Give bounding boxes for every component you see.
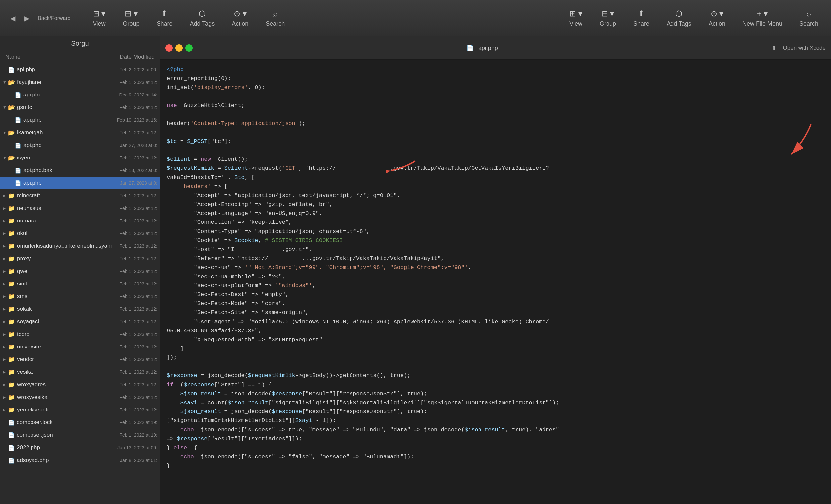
list-item[interactable]: 📄api.phpDec 9, 2022 at 14: xyxy=(0,89,160,101)
minimize-button[interactable] xyxy=(175,45,183,52)
maximize-button[interactable] xyxy=(185,45,193,52)
add-tags2-section[interactable]: ⬡ Add Tags xyxy=(661,9,697,27)
list-item[interactable]: ▶📁vesikaFeb 1, 2023 at 12: xyxy=(0,366,160,378)
list-item[interactable]: ▶📁omurlerkisadunya...irkereneolmusyaniFe… xyxy=(0,240,160,252)
list-item[interactable]: ▼📂ikametgahFeb 1, 2023 at 12: xyxy=(0,126,160,139)
list-item[interactable]: 📄adsoyad.phpJan 8, 2023 at 01: xyxy=(0,454,160,467)
list-item[interactable]: 📄api.php.bakFeb 13, 2022 at 0: xyxy=(0,164,160,177)
list-item[interactable]: ▼📂isyeriFeb 1, 2023 at 12: xyxy=(0,151,160,164)
file-date: Jan 27, 2023 at 0: xyxy=(120,180,157,186)
code-line: vakaId=&hastaTc=' . $tc, [ xyxy=(167,173,824,182)
share-section[interactable]: ⬆ Share xyxy=(150,9,178,27)
list-item[interactable]: ▶📁sinifFeb 1, 2023 at 12: xyxy=(0,277,160,290)
file-date: Feb 1, 2023 at 12: xyxy=(119,344,157,350)
folder-closed-arrow: ▶ xyxy=(3,332,8,336)
file-icon: 📄 xyxy=(15,92,21,98)
folder-closed-arrow: ▶ xyxy=(3,319,8,324)
list-item[interactable]: ▶📁neuhasusFeb 1, 2023 at 12: xyxy=(0,202,160,214)
code-line: use GuzzleHttp\Client; xyxy=(167,101,824,110)
list-item[interactable]: ▼📂gsmtcFeb 1, 2023 at 12: xyxy=(0,101,160,114)
folder-closed-arrow: ▶ xyxy=(3,345,8,349)
folder-icon: 📁 xyxy=(8,318,15,325)
file-date: Feb 1, 2023 at 12: xyxy=(119,382,157,387)
search-section[interactable]: ⌕ Search xyxy=(260,9,290,27)
list-item[interactable]: ▶📁smsFeb 1, 2023 at 12: xyxy=(0,290,160,303)
file-name: yemeksepeti xyxy=(17,407,117,413)
list-item[interactable]: ▼📂fayujhaneFeb 1, 2023 at 12: xyxy=(0,76,160,89)
file-name: tcpro xyxy=(17,331,117,337)
file-name: wroxyvesika xyxy=(17,394,117,401)
file-date: Feb 1, 2023 at 12: xyxy=(119,130,157,135)
action2-section[interactable]: ⊙ ▾ Action xyxy=(703,9,731,27)
code-line: $json_result = json_decode($response["Re… xyxy=(167,389,824,398)
list-item[interactable]: ▶📁proxyFeb 1, 2023 at 12: xyxy=(0,252,160,265)
editor-tab-buttons xyxy=(166,45,193,52)
group2-icon: ⊞ ▾ xyxy=(602,9,614,18)
list-item[interactable]: 📄2022.phpJan 13, 2023 at 09: xyxy=(0,441,160,454)
list-item[interactable]: ▶📁universiteFeb 1, 2023 at 12: xyxy=(0,340,160,353)
list-item[interactable]: 📄composer.jsonFeb 1, 2022 at 19: xyxy=(0,429,160,441)
list-item[interactable]: ▶📁sokakFeb 1, 2023 at 12: xyxy=(0,303,160,315)
file-date: Dec 9, 2022 at 14: xyxy=(119,92,157,97)
file-name: wroxyadres xyxy=(17,381,117,388)
list-item[interactable]: ▶📁qweFeb 1, 2023 at 12: xyxy=(0,265,160,277)
list-item[interactable]: ▶📁wroxyadresFeb 1, 2023 at 12: xyxy=(0,378,160,391)
list-item[interactable]: 📄api.phpFeb 2, 2022 at 00: xyxy=(0,63,160,76)
list-item[interactable]: ▶📁wroxyvesikaFeb 1, 2023 at 12: xyxy=(0,391,160,404)
share-action-button[interactable]: ⬆ xyxy=(772,45,776,51)
list-item[interactable]: 📄api.phpFeb 10, 2023 at 16: xyxy=(0,114,160,126)
action-section[interactable]: ⊙ ▾ Action xyxy=(226,9,254,27)
view2-section[interactable]: ⊞ ▾ View xyxy=(564,9,588,27)
open-with-xcode-button[interactable]: Open with Xcode xyxy=(783,45,826,51)
new-file-menu-section[interactable]: + ▾ New File Menu xyxy=(737,9,788,27)
back-button[interactable]: ◀ xyxy=(7,12,19,24)
file-name: fayujhane xyxy=(17,79,117,86)
search2-section[interactable]: ⌕ Search xyxy=(794,9,824,27)
list-item[interactable]: ▶📁vendorFeb 1, 2023 at 12: xyxy=(0,353,160,366)
share2-section[interactable]: ⬆ Share xyxy=(627,9,655,27)
folder-closed-arrow: ▶ xyxy=(3,244,8,248)
file-date: Feb 10, 2023 at 16: xyxy=(117,117,157,123)
group-section[interactable]: ⊞ ▾ Group xyxy=(117,9,145,27)
code-content[interactable]: <?phperror_reporting(0);ini_set('display… xyxy=(160,60,831,504)
file-name: omurlerkisadunya...irkereneolmusyani xyxy=(17,243,117,249)
action2-icon: ⊙ ▾ xyxy=(711,9,723,18)
view-section[interactable]: ⊞ ▾ View xyxy=(87,9,112,27)
editor-actions: ⬆ Open with Xcode xyxy=(772,45,826,51)
file-date: Feb 1, 2023 at 12: xyxy=(119,206,157,211)
file-list[interactable]: 📄api.phpFeb 2, 2022 at 00:▼📂fayujhaneFeb… xyxy=(0,63,160,504)
file-name: api.php xyxy=(23,91,117,98)
folder-icon: 📁 xyxy=(8,306,15,313)
action-label: Action xyxy=(232,20,248,27)
view-icon: ⊞ ▾ xyxy=(93,9,106,18)
file-name: numara xyxy=(17,217,117,224)
code-line: $response = json_decode($requestKimlik->… xyxy=(167,371,824,380)
list-item[interactable]: ▶📁soyagaciFeb 1, 2023 at 12: xyxy=(0,315,160,328)
file-date: Feb 1, 2023 at 12: xyxy=(119,243,157,249)
toolbar-divider-1 xyxy=(79,8,79,28)
list-item[interactable]: ▶📁numaraFeb 1, 2023 at 12: xyxy=(0,214,160,227)
group2-section[interactable]: ⊞ ▾ Group xyxy=(594,9,622,27)
file-name: api.php xyxy=(23,180,117,186)
list-item[interactable]: 📄composer.lockFeb 1, 2022 at 19: xyxy=(0,416,160,429)
add-tags-section[interactable]: ⬡ Add Tags xyxy=(184,9,221,27)
nav-arrows: ◀ ▶ xyxy=(7,12,32,24)
list-item[interactable]: 📄api.phpJan 27, 2023 at 0: xyxy=(0,139,160,151)
column-headers: Name Date Modified xyxy=(0,51,160,63)
code-editor: 📄 api.php ⬆ Open with Xcode xyxy=(160,36,831,504)
close-button[interactable] xyxy=(166,45,173,52)
file-date: Feb 1, 2023 at 12: xyxy=(119,256,157,261)
code-line: "Cookie" => $cookie, # SISTEM GIRIS COOK… xyxy=(167,236,824,245)
code-line: error_reporting(0); xyxy=(167,74,824,83)
list-item[interactable]: ▶📁tcproFeb 1, 2023 at 12: xyxy=(0,328,160,340)
list-item[interactable]: ▶📁yemeksepetiFeb 1, 2023 at 12: xyxy=(0,404,160,416)
share-icon: ⬆ xyxy=(161,9,168,18)
list-item[interactable]: ▶📁minecraftFeb 1, 2023 at 12: xyxy=(0,189,160,202)
file-icon: 📄 xyxy=(15,142,21,149)
folder-closed-arrow: ▶ xyxy=(3,395,8,399)
list-item[interactable]: 📄api.phpJan 27, 2023 at 0: xyxy=(0,177,160,189)
code-line: ] xyxy=(167,344,824,353)
list-item[interactable]: ▶📁okulFeb 1, 2023 at 12: xyxy=(0,227,160,240)
forward-button[interactable]: ▶ xyxy=(21,12,32,24)
col-name-header: Name xyxy=(5,54,20,60)
